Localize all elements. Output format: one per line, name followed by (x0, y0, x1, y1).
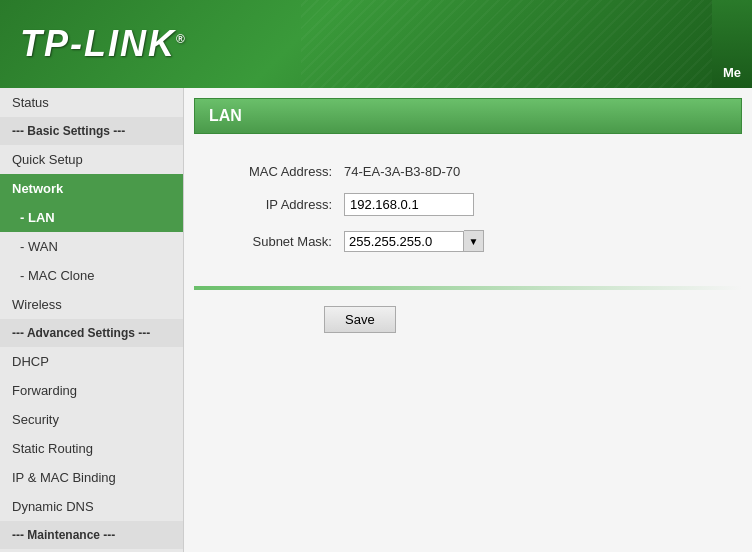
main-content: LAN MAC Address: 74-EA-3A-B3-8D-70 IP Ad… (184, 88, 752, 552)
sidebar-item-wan[interactable]: - WAN (0, 232, 183, 261)
sidebar-item-status[interactable]: Status (0, 88, 183, 117)
sidebar-item-static-routing[interactable]: Static Routing (0, 434, 183, 463)
subnet-mask-select[interactable]: 255.255.255.0 255.255.0.0 255.0.0.0 (344, 231, 464, 252)
logo: TP-LINK® (20, 23, 187, 65)
ip-address-row: IP Address: (214, 193, 722, 216)
sidebar-item-maintenance: --- Maintenance --- (0, 521, 183, 549)
sidebar-item-quick-setup[interactable]: Quick Setup (0, 145, 183, 174)
subnet-mask-select-wrapper: 255.255.255.0 255.255.0.0 255.0.0.0 ▼ (344, 230, 484, 252)
mac-address-value: 74-EA-3A-B3-8D-70 (344, 164, 460, 179)
sidebar-item-dynamic-dns[interactable]: Dynamic DNS (0, 492, 183, 521)
sidebar-item-network[interactable]: Network (0, 174, 183, 203)
sidebar-item-basic-settings: --- Basic Settings --- (0, 117, 183, 145)
subnet-mask-label: Subnet Mask: (214, 234, 344, 249)
sidebar-item-mac-clone[interactable]: - MAC Clone (0, 261, 183, 290)
sidebar-item-ip-mac-binding[interactable]: IP & MAC Binding (0, 463, 183, 492)
sidebar-item-forwarding[interactable]: Forwarding (0, 376, 183, 405)
mac-address-row: MAC Address: 74-EA-3A-B3-8D-70 (214, 164, 722, 179)
sidebar-item-advanced-settings: --- Advanced Settings --- (0, 319, 183, 347)
sidebar-item-wireless[interactable]: Wireless (0, 290, 183, 319)
layout: Status --- Basic Settings --- Quick Setu… (0, 88, 752, 552)
page-title: LAN (194, 98, 742, 134)
header: TP-LINK® Me (0, 0, 752, 88)
header-right: Me (712, 0, 752, 88)
header-me-label: Me (723, 65, 741, 80)
save-button[interactable]: Save (324, 306, 396, 333)
form-area: MAC Address: 74-EA-3A-B3-8D-70 IP Addres… (194, 154, 742, 276)
sidebar-item-security[interactable]: Security (0, 405, 183, 434)
divider (194, 286, 742, 290)
sidebar-item-dhcp[interactable]: DHCP (0, 347, 183, 376)
sidebar-item-lan[interactable]: - LAN (0, 203, 183, 232)
subnet-mask-row: Subnet Mask: 255.255.255.0 255.255.0.0 2… (214, 230, 722, 252)
mac-address-label: MAC Address: (214, 164, 344, 179)
ip-address-label: IP Address: (214, 197, 344, 212)
subnet-mask-dropdown-arrow[interactable]: ▼ (464, 230, 484, 252)
ip-address-input[interactable] (344, 193, 474, 216)
sidebar: Status --- Basic Settings --- Quick Setu… (0, 88, 184, 552)
